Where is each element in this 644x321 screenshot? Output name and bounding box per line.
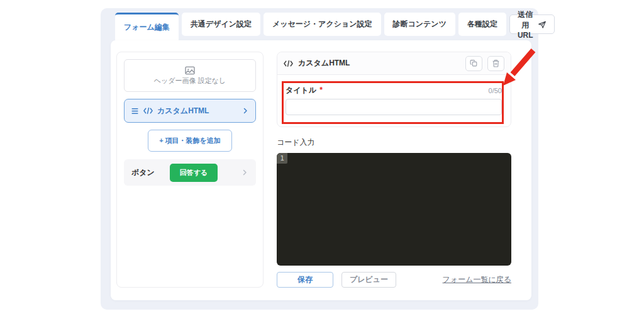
custom-html-editor-panel: カスタムHTML bbox=[277, 52, 511, 288]
title-field-label-row: タイトル* 0/50 bbox=[286, 85, 502, 96]
tab-form-edit[interactable]: フォーム編集 bbox=[115, 13, 179, 40]
trash-icon bbox=[492, 59, 500, 67]
code-editor[interactable]: 1 bbox=[277, 153, 511, 266]
tab-misc-settings[interactable]: 各種設定 bbox=[458, 13, 506, 36]
header-image-label: ヘッダー画像 設定なし bbox=[154, 76, 226, 86]
form-editor-app: フォーム編集 共通デザイン設定 メッセージ・アクション設定 診断コンテンツ 各種… bbox=[101, 8, 538, 310]
code-icon bbox=[143, 107, 153, 115]
tab-message-action[interactable]: メッセージ・アクション設定 bbox=[264, 13, 381, 36]
actions-row: 保存 プレビュー フォーム一覧に戻る bbox=[277, 272, 511, 288]
char-counter: 0/50 bbox=[489, 87, 502, 94]
content-card: ヘッダー画像 設定なし カスタムHTML + 項目・装飾を追加 ボタン 回答する bbox=[111, 40, 531, 300]
code-icon bbox=[284, 60, 293, 67]
send-icon bbox=[538, 20, 547, 29]
line-number: 1 bbox=[277, 153, 287, 164]
title-field-label: タイトル* bbox=[286, 85, 323, 96]
tab-common-design[interactable]: 共通デザイン設定 bbox=[182, 13, 260, 36]
title-input[interactable] bbox=[286, 99, 502, 115]
block-title: カスタムHTML bbox=[298, 58, 350, 69]
tab-bar: フォーム編集 共通デザイン設定 メッセージ・アクション設定 診断コンテンツ 各種… bbox=[101, 8, 538, 40]
drag-handle-icon[interactable] bbox=[131, 107, 139, 115]
chevron-right-icon bbox=[242, 107, 249, 115]
back-to-form-list-link[interactable]: フォーム一覧に戻る bbox=[443, 274, 511, 285]
custom-html-block-header: カスタムHTML bbox=[277, 52, 511, 75]
tab-diagnosis-content[interactable]: 診断コンテンツ bbox=[384, 13, 455, 36]
button-row-label: ボタン bbox=[131, 167, 155, 178]
add-item-button[interactable]: + 項目・装飾を追加 bbox=[148, 130, 232, 152]
save-button[interactable]: 保存 bbox=[277, 272, 333, 288]
sidebar-item-button[interactable]: ボタン 回答する bbox=[124, 159, 256, 186]
chevron-right-icon bbox=[241, 169, 248, 176]
delete-button[interactable] bbox=[487, 56, 504, 71]
copy-icon bbox=[470, 59, 478, 67]
send-url-button[interactable]: 送信用URL bbox=[509, 14, 555, 34]
custom-html-label: カスタムHTML bbox=[157, 106, 209, 116]
required-mark: * bbox=[319, 86, 323, 94]
send-url-label: 送信用URL bbox=[518, 9, 533, 40]
image-icon bbox=[185, 66, 195, 75]
form-structure-sidebar: ヘッダー画像 設定なし カスタムHTML + 項目・装飾を追加 ボタン 回答する bbox=[116, 52, 264, 288]
custom-html-block-body: タイトル* 0/50 bbox=[277, 75, 511, 127]
answer-button[interactable]: 回答する bbox=[170, 164, 218, 182]
preview-button[interactable]: プレビュー bbox=[341, 272, 396, 288]
sidebar-item-custom-html[interactable]: カスタムHTML bbox=[124, 99, 256, 123]
custom-html-block: カスタムHTML bbox=[277, 52, 511, 127]
duplicate-button[interactable] bbox=[465, 56, 482, 71]
code-input-label: コード入力 bbox=[277, 137, 511, 148]
header-image-item[interactable]: ヘッダー画像 設定なし bbox=[124, 59, 256, 92]
